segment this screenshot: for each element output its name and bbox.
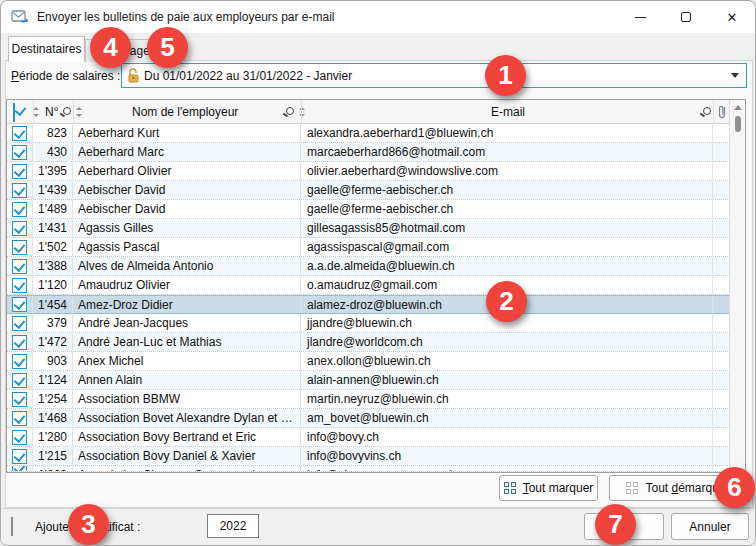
employer-email: info@bovy.ch: [301, 428, 713, 446]
table-row[interactable]: 823Aeberhard Kurtalexandra.aeberhard1@bl…: [7, 124, 730, 143]
chevron-down-icon[interactable]: [731, 73, 739, 78]
tab-destinataires[interactable]: Destinataires: [8, 36, 85, 62]
select-all-checkbox[interactable]: [13, 104, 15, 122]
attachment-cell: [713, 200, 730, 218]
employer-email: gaelle@ferme-aebischer.ch: [301, 200, 713, 218]
table-row[interactable]: 1'454Amez-Droz Didieralamez-droz@bluewin…: [7, 295, 730, 314]
table-row[interactable]: 1'120Amaudruz Oliviero.amaudruz@gmail.co…: [7, 276, 730, 295]
row-checkbox[interactable]: [7, 428, 33, 446]
employer-name: Agassis Gilles: [73, 219, 301, 237]
scrollbar-thumb[interactable]: [735, 116, 741, 132]
add-certificate-checkbox[interactable]: [11, 518, 13, 536]
employer-name: Aeberhard Marc: [73, 143, 301, 161]
row-checkbox[interactable]: [7, 447, 33, 465]
employer-name: Aeberhard Kurt: [73, 124, 301, 142]
table-row[interactable]: 1'468Association Bovet Alexandre Dylan e…: [7, 409, 730, 428]
sort-carets-icon[interactable]: [75, 106, 82, 118]
employer-email: agassispascal@gmail.com: [301, 238, 713, 256]
table-row[interactable]: 1'263Association Chanson Cottonnaz Lausa…: [7, 466, 730, 472]
employer-email: info@chanson-cottonnaz.ch: [301, 466, 713, 471]
grid-squares-gray-icon: [626, 482, 639, 495]
table-row[interactable]: 1'395Aeberhard Olivierolivier.aeberhard@…: [7, 162, 730, 181]
close-button[interactable]: ✕: [709, 1, 755, 33]
table-row[interactable]: 1'472André Jean-Luc et Mathiasjlandre@wo…: [7, 333, 730, 352]
employer-number: 1'468: [33, 409, 73, 427]
row-checkbox[interactable]: [7, 200, 33, 218]
row-checkbox[interactable]: [7, 257, 33, 275]
mark-all-button[interactable]: Tout marquer: [499, 475, 598, 501]
employer-name: Anex Michel: [73, 352, 301, 370]
employer-email: gaelle@ferme-aebischer.ch: [301, 181, 713, 199]
search-icon[interactable]: [286, 107, 294, 115]
scroll-up-icon[interactable]: [734, 105, 742, 110]
row-checkbox[interactable]: [7, 162, 33, 180]
row-checkbox[interactable]: [7, 219, 33, 237]
row-checkbox[interactable]: [7, 296, 33, 313]
employer-name: Annen Alain: [73, 371, 301, 389]
employer-number: 1'215: [33, 447, 73, 465]
table-row[interactable]: 1'254Association BBMWmartin.neyruz@bluew…: [7, 390, 730, 409]
employer-number: 1'472: [33, 333, 73, 351]
row-checkbox[interactable]: [7, 352, 33, 370]
annotation-badge-7: 7: [595, 504, 636, 545]
row-checkbox[interactable]: [7, 409, 33, 427]
employer-number: 430: [33, 143, 73, 161]
row-checkbox[interactable]: [7, 314, 33, 332]
minimize-button[interactable]: [617, 1, 663, 33]
employer-number: 1'280: [33, 428, 73, 446]
vertical-scrollbar[interactable]: [729, 100, 745, 472]
employer-name: Alves de Almeida Antonio: [73, 257, 301, 275]
maximize-button[interactable]: [663, 1, 709, 33]
table-row[interactable]: 1'431Agassis Gillesgillesagassis85@hotma…: [7, 219, 730, 238]
paperclip-icon: [717, 104, 727, 124]
annotation-badge-1: 1: [485, 55, 526, 96]
row-checkbox[interactable]: [7, 371, 33, 389]
column-header-email[interactable]: E-mail: [491, 105, 525, 119]
row-checkbox[interactable]: [7, 390, 33, 408]
table-row[interactable]: 1'124Annen Alainalain-annen@bluewin.ch: [7, 371, 730, 390]
search-icon[interactable]: [703, 107, 711, 115]
column-header-num[interactable]: N°: [45, 105, 58, 119]
attachment-cell: [713, 296, 730, 313]
annotation-badge-6: 6: [714, 467, 755, 508]
cancel-button[interactable]: Annuler: [671, 513, 749, 540]
table-row[interactable]: 1'215Association Bovy Daniel & Xavierinf…: [7, 447, 730, 466]
certificate-year-field[interactable]: 2022: [207, 514, 259, 538]
employer-number: 1'502: [33, 238, 73, 256]
table-row[interactable]: 1'502Agassis Pascalagassispascal@gmail.c…: [7, 238, 730, 257]
grid-squares-blue-icon: [504, 482, 517, 495]
table-row[interactable]: 903Anex Michelanex.ollon@bluewin.ch: [7, 352, 730, 371]
search-icon[interactable]: [63, 107, 71, 115]
attachment-cell: [713, 276, 730, 294]
attachment-cell: [713, 124, 730, 142]
table-row[interactable]: 1'280Association Bovy Bertrand et Ericin…: [7, 428, 730, 447]
employer-name: Aebischer David: [73, 200, 301, 218]
table-row[interactable]: 1'489Aebischer Davidgaelle@ferme-aebisch…: [7, 200, 730, 219]
annotation-badge-2: 2: [486, 281, 527, 322]
column-header-name[interactable]: Nom de l'employeur: [132, 105, 238, 119]
row-checkbox[interactable]: [7, 466, 33, 471]
attachment-cell: [713, 409, 730, 427]
open-padlock-icon: [127, 68, 140, 83]
row-checkbox[interactable]: [7, 181, 33, 199]
employer-email: anex.ollon@bluewin.ch: [301, 352, 713, 370]
row-checkbox[interactable]: [7, 238, 33, 256]
table-row[interactable]: 1'388Alves de Almeida Antonioa.a.de.alme…: [7, 257, 730, 276]
attachment-cell: [713, 162, 730, 180]
annotation-badge-3: 3: [68, 504, 109, 545]
table-row[interactable]: 1'439Aebischer Davidgaelle@ferme-aebisch…: [7, 181, 730, 200]
employer-name: Amez-Droz Didier: [73, 296, 301, 313]
employer-email: a.a.de.almeida@bluewin.ch: [301, 257, 713, 275]
attachment-cell: [713, 238, 730, 256]
send-mail-icon: [11, 9, 29, 25]
row-checkbox[interactable]: [7, 333, 33, 351]
row-checkbox[interactable]: [7, 276, 33, 294]
employer-email: alexandra.aeberhard1@bluewin.ch: [301, 124, 713, 142]
row-checkbox[interactable]: [7, 143, 33, 161]
table-row[interactable]: 430Aeberhard Marcmarcaeberhard866@hotmai…: [7, 143, 730, 162]
row-checkbox[interactable]: [7, 124, 33, 142]
employer-email: am_bovet@bluewin.ch: [301, 409, 713, 427]
periode-combobox[interactable]: Du 01/01/2022 au 31/01/2022 - Janvier: [121, 63, 747, 88]
employer-email: gillesagassis85@hotmail.com: [301, 219, 713, 237]
table-row[interactable]: 379André Jean-Jacquesjjandre@bluewin.ch: [7, 314, 730, 333]
